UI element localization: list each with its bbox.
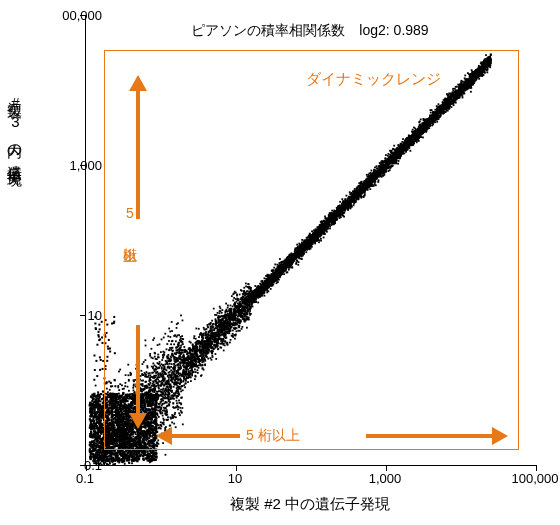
- vertical-range-arrow: [131, 75, 145, 425]
- x-axis-label: 複製 #2 中の遺伝子発現: [85, 495, 535, 514]
- horizontal-range-text: 5 桁以上: [246, 427, 300, 445]
- x-tick: 1,000: [369, 471, 402, 486]
- x-tick: 100,000: [512, 471, 559, 486]
- horizontal-range-arrow: [156, 429, 506, 443]
- y-tick: 0.1: [84, 458, 102, 473]
- vertical-range-text: 5 桁以上: [121, 205, 139, 237]
- x-tick: 10: [228, 471, 242, 486]
- x-tick: 0.1: [76, 471, 94, 486]
- y-axis-label: 複製#3内の遺伝子発現: [5, 90, 24, 163]
- dynamic-range-box: [104, 50, 519, 450]
- dynamic-range-label: ダイナミックレンジ: [306, 70, 441, 89]
- y-tick: 10: [88, 308, 102, 323]
- y-tick: 00,000: [62, 8, 102, 23]
- chart-container: ピアソンの積率相関係数 log2: 0.989 複製#3内の遺伝子発現 複製 #…: [0, 0, 560, 525]
- y-tick: 1,000: [69, 158, 102, 173]
- plot-area: ダイナミックレンジ 5 桁以上 5 桁以上: [85, 15, 536, 466]
